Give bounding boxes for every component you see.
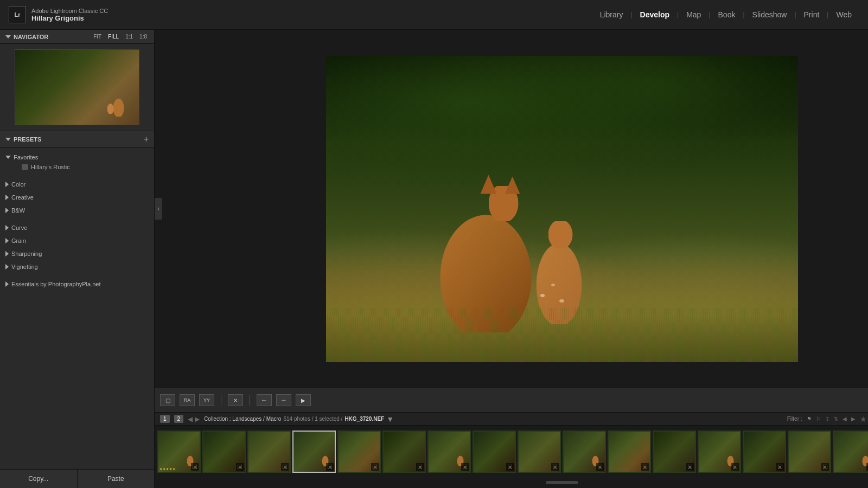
filmstrip-bar: 1 2 ◀ ▶ Collection : Landscapes / Macro …: [155, 412, 868, 426]
nav-fit[interactable]: FIT: [92, 33, 103, 40]
navigator-header[interactable]: Navigator FIT FILL 1:1 1:8: [0, 30, 154, 44]
filename: HKG_3720.NEF: [344, 416, 384, 422]
filmstrip-badge-icon: [731, 463, 739, 471]
filmstrip: ★★★★★: [155, 426, 868, 477]
presets-header[interactable]: Presets +: [0, 131, 154, 148]
filter-sort-icon[interactable]: ⇕: [825, 416, 829, 422]
filmstrip-thumb[interactable]: [698, 431, 741, 473]
preset-group-color-header[interactable]: Color: [5, 179, 149, 189]
page-2[interactable]: 2: [174, 415, 184, 423]
filter-forward-icon[interactable]: ▶: [851, 416, 856, 422]
preset-group-favorites-header[interactable]: Favorites: [5, 152, 149, 162]
filmstrip-thumb[interactable]: [563, 431, 606, 473]
filmstrip-thumb[interactable]: [337, 431, 381, 473]
nav-slideshow[interactable]: Slideshow: [745, 10, 795, 19]
presets-title: Presets: [14, 136, 41, 143]
preset-group-vignetting-header[interactable]: Vignetting: [5, 262, 149, 272]
filmstrip-thumb[interactable]: [292, 431, 336, 473]
preset-group-bw: B&W: [0, 203, 154, 216]
left-panel: Navigator FIT FILL 1:1 1:8 Presets +: [0, 30, 155, 488]
toolbar-separator-2: [250, 395, 250, 406]
next-photo-btn[interactable]: →: [276, 394, 291, 406]
nav-web[interactable]: Web: [828, 10, 859, 19]
chevron-right-icon: [5, 281, 9, 287]
filmstrip-thumb[interactable]: [833, 431, 868, 473]
filmstrip-badge-icon: [686, 463, 694, 471]
filmstrip-badge-icon: [236, 463, 244, 471]
nav-fill[interactable]: FILL: [106, 33, 120, 40]
app-info: Adobe Lightroom Classic CC Hillary Grigo…: [31, 8, 108, 22]
reject-btn[interactable]: ✕: [228, 394, 243, 406]
preset-group-bw-header[interactable]: B&W: [5, 206, 149, 215]
filmstrip-thumb[interactable]: [653, 431, 696, 473]
filter-back-icon[interactable]: ◀: [843, 416, 847, 422]
svg-rect-29: [824, 466, 826, 468]
filmstrip-thumb[interactable]: [247, 431, 291, 473]
svg-rect-13: [464, 466, 466, 468]
filmstrip-thumb[interactable]: [202, 431, 246, 473]
filmstrip-thumb[interactable]: [788, 431, 831, 473]
filter-label: Filter :: [787, 416, 802, 422]
nav-develop[interactable]: Develop: [633, 10, 677, 19]
view-survey-btn[interactable]: YY: [199, 394, 214, 406]
nav-print[interactable]: Print: [796, 10, 827, 19]
user-name: Hillary Grigonis: [31, 14, 108, 22]
preset-group-creative-header[interactable]: Creative: [5, 192, 149, 202]
filmstrip-scrollbar[interactable]: [546, 481, 578, 484]
nav-1-1[interactable]: 1:1: [124, 33, 135, 40]
star-1[interactable]: ★: [860, 415, 867, 423]
filmstrip-thumb[interactable]: [382, 431, 426, 473]
filmstrip-nav: ◀ ▶: [188, 415, 200, 423]
nav-1-8[interactable]: 1:8: [138, 33, 149, 40]
presets-add-button[interactable]: +: [144, 134, 149, 144]
preset-group-grain-header[interactable]: Grain: [5, 236, 149, 246]
top-bar: Lr Adobe Lightroom Classic CC Hillary Gr…: [0, 0, 868, 30]
top-nav: Library | Develop | Map | Book | Slidesh…: [592, 10, 859, 19]
preset-group-curve-header[interactable]: Curve: [5, 223, 149, 233]
chevron-right-icon: [5, 251, 9, 256]
preset-group-sharpening: Sharpening: [0, 247, 154, 260]
navigator-preview: [15, 49, 139, 125]
svg-rect-9: [374, 466, 376, 468]
lr-logo: Lr: [9, 6, 26, 23]
filmstrip-star-rating: ★★★★★: [159, 467, 175, 471]
filmstrip-thumb[interactable]: [518, 431, 561, 473]
svg-rect-3: [239, 466, 241, 468]
page-1[interactable]: 1: [160, 415, 170, 423]
collection-label: Collection : Landscapes / Macro: [204, 416, 281, 422]
view-single-btn[interactable]: ▢: [160, 394, 175, 406]
filmstrip-badge-icon: [461, 463, 469, 471]
navigator-controls: FIT FILL 1:1 1:8: [92, 33, 149, 40]
filmstrip-thumb[interactable]: ★★★★★: [157, 431, 201, 473]
presets-collapse-icon: [5, 138, 11, 141]
filmstrip-next-btn[interactable]: ▶: [195, 415, 200, 423]
bottom-toolbar: ▢ RA YY ✕ ← → ▶ ⌄: [155, 388, 868, 412]
play-btn[interactable]: ▶: [296, 394, 311, 406]
filmstrip-thumb[interactable]: [608, 431, 651, 473]
nav-map[interactable]: Map: [679, 10, 709, 19]
prev-photo-btn[interactable]: ←: [257, 394, 272, 406]
filmstrip-badge-icon: [821, 463, 829, 471]
paste-button[interactable]: Paste: [78, 470, 155, 488]
nav-library[interactable]: Library: [592, 10, 631, 19]
preset-group-sharpening-header[interactable]: Sharpening: [5, 249, 149, 259]
view-compare-btn[interactable]: RA: [180, 394, 195, 406]
navigator-title: Navigator: [14, 34, 48, 40]
filename-dropdown[interactable]: ▼: [386, 415, 394, 423]
filmstrip-badge-icon: [281, 463, 289, 471]
filmstrip-thumb[interactable]: [427, 431, 471, 473]
preset-group-essentials-header[interactable]: Essentials by PhotographyPla.net: [5, 279, 149, 289]
filmstrip-badge-icon: [326, 463, 334, 471]
filmstrip-thumb[interactable]: [473, 431, 516, 473]
panel-toggle-left[interactable]: ‹: [155, 198, 162, 220]
chevron-right-icon: [5, 208, 9, 213]
filter-sort2-icon[interactable]: ⇅: [834, 416, 838, 422]
preset-item-hillarys-rustic[interactable]: Hillary's Rustic: [5, 162, 149, 172]
filmstrip-thumb[interactable]: [743, 431, 786, 473]
nav-book[interactable]: Book: [711, 10, 743, 19]
filter-flag-off-icon[interactable]: ⚐: [816, 416, 821, 422]
preset-group-essentials: Essentials by PhotographyPla.net: [0, 277, 154, 290]
copy-button[interactable]: Copy...: [0, 470, 78, 488]
filter-flag-icon[interactable]: ⚑: [807, 416, 812, 422]
filmstrip-prev-btn[interactable]: ◀: [188, 415, 193, 423]
